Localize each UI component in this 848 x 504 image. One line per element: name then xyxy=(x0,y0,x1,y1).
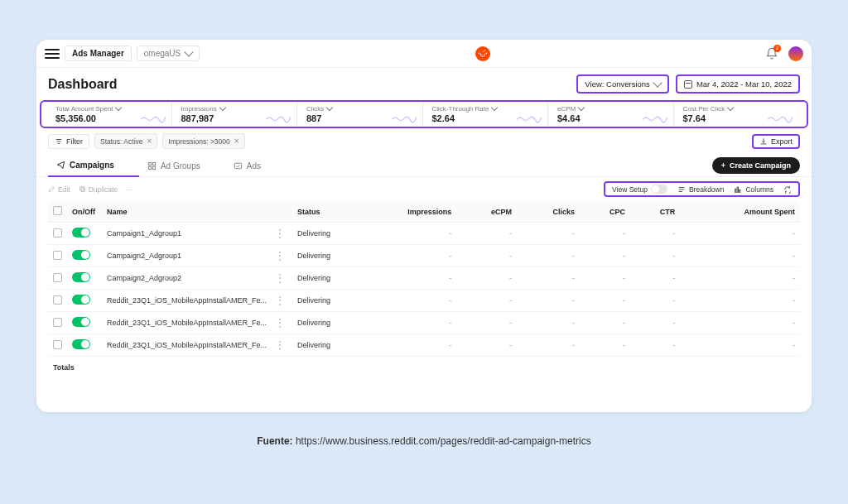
onoff-toggle[interactable] xyxy=(72,228,90,238)
metric-value: 887,987 xyxy=(181,113,225,123)
account-select[interactable]: omegaUS xyxy=(137,46,200,61)
menu-icon[interactable] xyxy=(45,46,60,61)
select-all-checkbox[interactable] xyxy=(53,206,62,215)
campaign-name[interactable]: Campaign1_Adgroup1 xyxy=(107,229,181,238)
row-menu-icon[interactable]: ⋮ xyxy=(272,228,287,239)
refresh-button[interactable] xyxy=(783,185,792,194)
view-setup-toggle[interactable]: View Setup xyxy=(612,185,667,194)
metric-card[interactable]: Cost Per Click $7.64 xyxy=(677,102,799,127)
date-range-picker[interactable]: Mar 4, 2022 - Mar 10, 2022 xyxy=(676,74,800,94)
columns-button[interactable]: Columns xyxy=(734,185,773,194)
ctr-cell: - xyxy=(630,290,680,312)
close-icon[interactable]: × xyxy=(234,137,239,146)
metric-card[interactable]: Impressions 887,987 xyxy=(176,102,298,127)
breakdown-button[interactable]: Breakdown xyxy=(677,185,725,194)
page-header: Dashboard View: Conversions Mar 4, 2022 … xyxy=(36,68,812,100)
avatar[interactable] xyxy=(788,46,803,61)
metric-card[interactable]: Total Amount Spent $5,356.00 xyxy=(50,102,172,127)
filter-chip[interactable]: Impressions: >3000× xyxy=(162,133,244,149)
col-impressions: Impressions xyxy=(350,201,456,223)
amount-cell: - xyxy=(680,312,800,334)
campaign-name[interactable]: Reddit_23Q1_iOS_MobileAppInstallAMER_Fe.… xyxy=(107,296,267,305)
row-menu-icon[interactable]: ⋮ xyxy=(272,317,287,329)
impressions-cell: - xyxy=(350,290,456,312)
sparkline-icon xyxy=(517,113,542,123)
col-ctr: CTR xyxy=(630,201,680,223)
onoff-toggle[interactable] xyxy=(72,317,90,327)
edit-button[interactable]: Edit xyxy=(48,185,70,194)
tab-adgroups[interactable]: Ad Groups xyxy=(139,155,225,176)
onoff-toggle[interactable] xyxy=(72,272,90,282)
impressions-cell: - xyxy=(350,334,456,357)
account-name: omegaUS xyxy=(144,49,181,58)
svg-point-1 xyxy=(484,53,485,55)
view-selector[interactable]: View: Conversions xyxy=(576,74,669,94)
sparkline-icon xyxy=(392,113,417,123)
row-checkbox[interactable] xyxy=(53,318,62,327)
tabs-row: Campaigns Ad Groups Ads + Create Campaig… xyxy=(36,154,812,177)
metric-card[interactable]: Clicks 887 xyxy=(301,102,423,127)
export-label: Export xyxy=(771,137,793,146)
row-checkbox[interactable] xyxy=(53,340,62,349)
ctr-cell: - xyxy=(630,267,680,290)
ctr-cell: - xyxy=(630,334,680,357)
row-menu-icon[interactable]: ⋮ xyxy=(272,295,287,306)
ecpm-cell: - xyxy=(456,312,517,334)
metric-value: $5,356.00 xyxy=(55,113,121,123)
ecpm-cell: - xyxy=(456,245,517,267)
view-options-group: View Setup Breakdown Columns xyxy=(604,181,800,197)
ctr-cell: - xyxy=(630,312,680,334)
create-campaign-label: Create Campaign xyxy=(730,161,791,170)
metric-card[interactable]: eCPM $4.64 xyxy=(552,102,674,127)
onoff-toggle[interactable] xyxy=(72,295,90,305)
impressions-cell: - xyxy=(350,267,456,290)
svg-point-3 xyxy=(485,52,487,54)
col-ecpm: eCPM xyxy=(456,201,517,223)
plus-icon: + xyxy=(721,161,725,170)
tab-ads-label: Ads xyxy=(247,161,261,170)
table-row: Reddit_23Q1_iOS_MobileAppInstallAMER_Fe.… xyxy=(48,334,800,357)
filter-bar: Filter Status: Active×Impressions: >3000… xyxy=(36,133,812,154)
tab-campaigns[interactable]: Campaigns xyxy=(48,154,139,177)
calendar-icon xyxy=(684,80,692,89)
create-campaign-button[interactable]: + Create Campaign xyxy=(712,157,800,174)
caption-url: https://www.business.reddit.com/pages/re… xyxy=(296,435,591,447)
row-menu-icon[interactable]: ⋮ xyxy=(272,250,287,262)
filter-chip[interactable]: Status: Active× xyxy=(94,133,157,149)
campaign-name[interactable]: Campaign2_Adgroup1 xyxy=(107,252,181,260)
chip-label: Status: Active xyxy=(100,137,143,146)
row-checkbox[interactable] xyxy=(53,295,62,305)
campaign-name[interactable]: Campaign2_Adgroup2 xyxy=(107,274,181,282)
ctr-cell: - xyxy=(630,223,680,245)
row-menu-icon[interactable]: ⋮ xyxy=(272,272,287,284)
row-checkbox[interactable] xyxy=(53,273,62,282)
row-checkbox[interactable] xyxy=(53,228,62,238)
metric-card[interactable]: Click-Through Rate $2.64 xyxy=(426,102,549,127)
close-icon[interactable]: × xyxy=(147,137,152,146)
caption-prefix: Fuente: xyxy=(257,435,296,447)
chevron-down-icon xyxy=(115,104,122,111)
more-actions-button[interactable]: ··· xyxy=(126,185,132,194)
filter-button-label: Filter xyxy=(66,137,83,146)
export-button[interactable]: Export xyxy=(752,134,800,149)
sparkline-icon xyxy=(266,113,291,123)
onoff-toggle[interactable] xyxy=(72,339,90,349)
notifications-button[interactable]: 2 xyxy=(765,47,778,60)
topbar: Ads Manager omegaUS 2 xyxy=(36,40,812,68)
duplicate-button[interactable]: Duplicate xyxy=(79,185,118,194)
campaign-name[interactable]: Reddit_23Q1_iOS_MobileAppInstallAMER_Fe.… xyxy=(107,341,267,349)
status-cell: Delivering xyxy=(292,290,350,312)
cpc-cell: - xyxy=(580,312,630,334)
col-amount: Amount Spent xyxy=(680,201,800,223)
tab-ads[interactable]: Ads xyxy=(225,155,286,176)
row-checkbox[interactable] xyxy=(53,251,62,260)
date-range-label: Mar 4, 2022 - Mar 10, 2022 xyxy=(696,79,792,89)
campaign-name[interactable]: Reddit_23Q1_iOS_MobileAppInstallAMER_Fe.… xyxy=(107,319,267,327)
svg-rect-7 xyxy=(148,166,151,169)
svg-point-2 xyxy=(478,52,479,54)
metric-value: $4.64 xyxy=(557,113,584,123)
filter-button[interactable]: Filter xyxy=(48,134,89,149)
brand-label: Ads Manager xyxy=(65,46,132,61)
row-menu-icon[interactable]: ⋮ xyxy=(272,339,287,351)
onoff-toggle[interactable] xyxy=(72,250,90,260)
